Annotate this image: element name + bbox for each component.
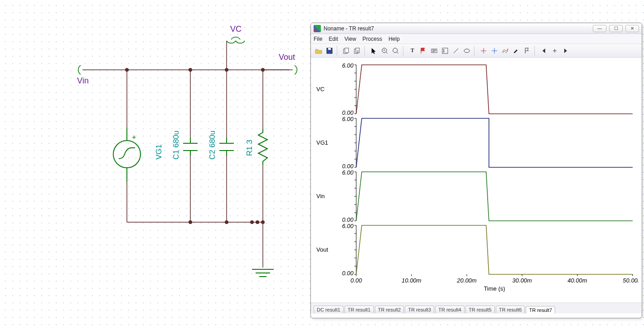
svg-text:0.00: 0.00	[350, 277, 362, 284]
tab-tr-result4[interactable]: TR result4	[435, 306, 465, 313]
capacitor-c1[interactable]	[183, 138, 198, 156]
menu-file[interactable]: File	[314, 36, 322, 42]
net-label-vc: VC	[230, 24, 242, 34]
next-icon[interactable]	[561, 46, 571, 56]
svg-point-50	[443, 51, 445, 52]
label-r1: R1 3	[245, 140, 254, 156]
svg-text:6.00: 6.00	[342, 62, 354, 69]
svg-text:6.00: 6.00	[342, 116, 354, 122]
pointer-icon[interactable]	[369, 46, 379, 56]
svg-point-51	[464, 49, 470, 53]
window-title: Noname - TR result7	[324, 25, 590, 32]
svg-point-15	[189, 68, 192, 72]
plot-svg: 6.000.00VC6.000.00VG16.000.00Vin6.000.00…	[315, 62, 638, 295]
svg-point-21	[256, 220, 259, 224]
multi-curve-icon[interactable]	[500, 46, 510, 56]
svg-text:Vin: Vin	[316, 193, 325, 200]
capacitor-c2[interactable]	[219, 138, 234, 156]
annotation-icon[interactable]	[429, 46, 439, 56]
svg-text:VC: VC	[316, 86, 324, 92]
tab-dc-result1[interactable]: DC result1	[314, 306, 344, 313]
label-vg1: VG1	[155, 144, 163, 160]
cursor-b-icon[interactable]	[489, 46, 499, 56]
tab-tr-result6[interactable]: TR result6	[496, 306, 525, 313]
maximize-button[interactable]: ☐	[609, 25, 623, 32]
flag-icon[interactable]	[418, 46, 428, 56]
copy-all-icon[interactable]	[352, 46, 362, 56]
svg-text:0.00: 0.00	[342, 216, 354, 223]
tab-tr-result1[interactable]: TR result1	[344, 306, 374, 313]
svg-point-19	[225, 220, 228, 224]
tab-tr-result2[interactable]: TR result2	[375, 306, 404, 313]
ellipse-tool-icon[interactable]	[462, 46, 472, 56]
svg-point-16	[225, 68, 228, 72]
menu-process[interactable]: Process	[363, 36, 382, 42]
svg-text:50.00m: 50.00m	[623, 277, 638, 284]
tab-tr-result7[interactable]: TR result7	[526, 306, 555, 314]
svg-text:+: +	[132, 133, 136, 141]
svg-text:VG1: VG1	[316, 139, 328, 146]
svg-point-20	[250, 220, 254, 224]
text-tool-icon[interactable]: T	[407, 46, 417, 56]
open-icon[interactable]	[314, 46, 324, 56]
tab-tr-result5[interactable]: TR result5	[465, 306, 495, 313]
label-c1: C1 680u	[172, 131, 180, 160]
resistor-r1[interactable]	[258, 129, 267, 165]
menu-help[interactable]: Help	[388, 36, 400, 42]
menu-bar[interactable]: File Edit View Process Help	[311, 34, 642, 44]
svg-point-18	[189, 220, 192, 224]
svg-rect-48	[442, 48, 448, 54]
svg-text:6.00: 6.00	[342, 223, 354, 229]
wires	[78, 37, 297, 268]
svg-point-22	[261, 220, 265, 224]
tab-tr-result3[interactable]: TR result3	[405, 306, 434, 313]
net-label-vout: Vout	[279, 53, 295, 62]
svg-text:+: +	[383, 48, 386, 52]
copy-icon[interactable]	[341, 46, 351, 56]
svg-text:Time (s): Time (s)	[484, 285, 505, 292]
svg-text:6.00: 6.00	[342, 169, 354, 176]
app-icon	[314, 25, 321, 32]
save-icon[interactable]	[324, 46, 334, 56]
svg-rect-39	[328, 48, 331, 50]
svg-point-17	[261, 68, 265, 72]
prev-icon[interactable]	[539, 46, 549, 56]
close-button[interactable]: ✕	[625, 25, 639, 32]
cursor-a-icon[interactable]	[479, 46, 489, 56]
svg-text:0.00: 0.00	[342, 109, 354, 116]
svg-text:0.00: 0.00	[342, 163, 354, 170]
svg-text:0.00: 0.00	[342, 270, 354, 277]
line-tool-icon[interactable]	[451, 46, 461, 56]
titlebar[interactable]: Noname - TR result7 — ☐ ✕	[311, 23, 642, 34]
label-c2: C2 680u	[208, 131, 217, 160]
svg-text:30.00m: 30.00m	[512, 277, 532, 284]
cursor-flag-icon[interactable]	[522, 46, 532, 56]
junction-dots	[125, 68, 265, 224]
svg-rect-41	[345, 48, 349, 53]
zoom-fit-icon[interactable]	[391, 46, 401, 56]
net-label-vin: Vin	[77, 76, 89, 85]
result-tabs[interactable]: DC result1 TR result1 TR result2 TR resu…	[311, 302, 642, 313]
voltage-source-vg1[interactable]: +	[113, 128, 140, 181]
menu-view[interactable]: View	[344, 36, 356, 42]
menu-edit[interactable]: Edit	[329, 36, 338, 42]
zoom-in-icon[interactable]: +	[380, 46, 390, 56]
svg-point-49	[443, 49, 445, 50]
svg-text:40.00m: 40.00m	[567, 277, 587, 284]
svg-point-23	[113, 141, 140, 168]
result-window: Noname - TR result7 — ☐ ✕ File Edit View…	[310, 23, 642, 318]
minimize-button[interactable]: —	[593, 25, 606, 32]
schematic-svg: + VC Vout Vin	[0, 0, 309, 331]
svg-text:Vout: Vout	[316, 246, 328, 253]
plot-area[interactable]: 6.000.00VC6.000.00VG16.000.00Vin6.000.00…	[311, 58, 642, 302]
ground-symbol	[252, 269, 274, 277]
svg-point-14	[125, 68, 129, 72]
schematic-canvas[interactable]: + VC Vout Vin	[0, 0, 309, 331]
svg-text:20.00m: 20.00m	[456, 277, 477, 284]
toolbar[interactable]: + T	[311, 44, 642, 58]
svg-text:10.00m: 10.00m	[402, 277, 421, 284]
eyedropper-icon[interactable]	[511, 46, 521, 56]
split-icon[interactable]	[550, 46, 560, 56]
legend-icon[interactable]	[440, 46, 450, 56]
